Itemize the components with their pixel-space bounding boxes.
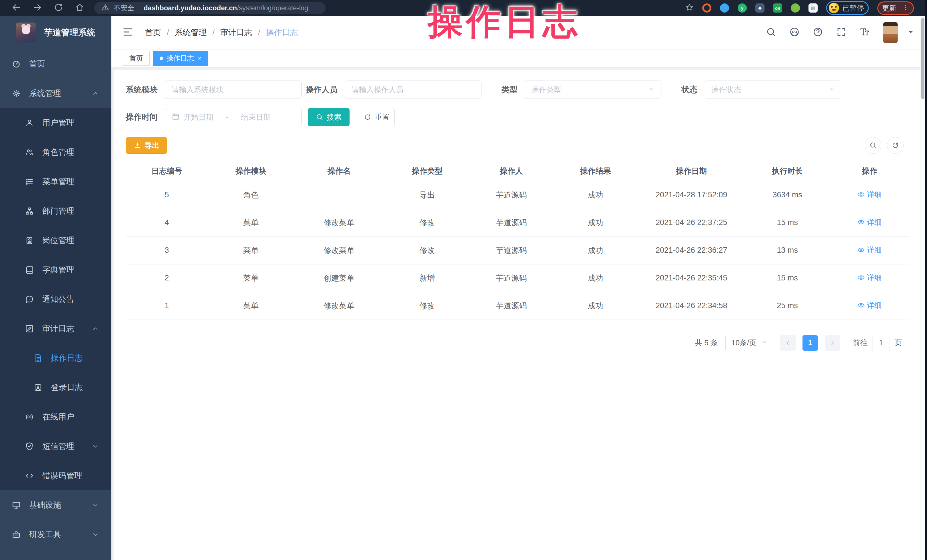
tab-close-icon[interactable]: ×	[198, 55, 201, 61]
scrollbar-thumb[interactable]	[921, 18, 924, 99]
operator-input[interactable]: 请输入操作人员	[345, 80, 482, 99]
list-icon	[25, 178, 34, 186]
header-search-icon[interactable]	[766, 27, 776, 38]
breadcrumb-item[interactable]: 首页	[145, 27, 161, 38]
green-circle-extension-icon[interactable]: y	[738, 3, 747, 12]
sidebar-item-菜单管理[interactable]: 菜单管理	[0, 167, 111, 196]
type-select[interactable]: 操作类型	[525, 80, 661, 99]
window-edge	[925, 0, 927, 560]
page-scrollbar[interactable]	[920, 16, 925, 560]
sidebar-item-岗位管理[interactable]: 岗位管理	[0, 226, 111, 255]
sidebar-item-角色管理[interactable]: 角色管理	[0, 137, 111, 167]
sidebar-item-登录日志[interactable]: 登录日志	[0, 373, 111, 402]
operator-placeholder: 请输入操作人员	[351, 85, 404, 95]
export-button[interactable]: 导出	[126, 137, 167, 154]
next-page-button[interactable]	[825, 335, 840, 351]
page-size-select[interactable]: 10条/页	[725, 335, 774, 351]
table-header-row: 日志编号操作模块操作名操作类型操作人操作结果操作日期执行时长操作	[126, 161, 909, 181]
green-leaf-extension-icon[interactable]	[791, 3, 800, 12]
breadcrumb-item[interactable]: 系统管理	[175, 27, 207, 38]
status-placeholder: 操作状态	[711, 85, 741, 95]
browser-update-button[interactable]: 更新	[882, 3, 897, 13]
blue-drop-extension-icon[interactable]	[720, 3, 729, 12]
header-actions	[766, 22, 915, 43]
table-cell: 菜单	[208, 209, 294, 237]
breadcrumb-item[interactable]: 操作日志	[266, 27, 298, 38]
tab-操作日志[interactable]: 操作日志×	[153, 51, 208, 66]
prev-page-button[interactable]	[780, 335, 796, 351]
loginlog-icon	[34, 383, 42, 392]
status-select[interactable]: 操作状态	[705, 80, 841, 99]
table-cell: 菜单	[208, 264, 294, 292]
module-input[interactable]: 请输入系统模块	[165, 80, 302, 99]
reset-button[interactable]: 重置	[359, 108, 395, 126]
hide-search-button[interactable]	[865, 137, 881, 154]
sidebar-item-用户管理[interactable]: 用户管理	[0, 108, 111, 137]
detail-link[interactable]: 详细	[857, 190, 882, 200]
not-secure-label[interactable]: 不安全	[114, 3, 134, 12]
breadcrumb-item[interactable]: 审计日志	[220, 27, 252, 38]
browser-reload-icon[interactable]	[54, 3, 64, 14]
sidebar-item-字典管理[interactable]: 字典管理	[0, 255, 111, 284]
date-range-input[interactable]: 开始日期 - 结束日期	[165, 108, 302, 126]
detail-link[interactable]: 详细	[857, 217, 882, 227]
breadcrumb-separator: /	[258, 28, 260, 37]
sidebar-item-审计日志[interactable]: 审计日志	[0, 314, 111, 343]
sidebar-item-首页[interactable]: 首页	[0, 49, 111, 79]
users-icon	[25, 148, 34, 156]
sidebar-item-基础设施[interactable]: 基础设施	[0, 490, 111, 520]
chevron-down-icon	[92, 443, 99, 450]
font-size-icon[interactable]	[860, 27, 870, 38]
bookmark-star-icon[interactable]	[685, 3, 694, 13]
browser-home-icon[interactable]	[75, 3, 85, 14]
address-bar[interactable]: 不安全 dashboard.yudao.iocoder.cn/system/lo…	[94, 2, 325, 14]
detail-link-label: 详细	[867, 273, 882, 283]
search-button-label: 搜索	[327, 112, 342, 122]
page-url[interactable]: dashboard.yudao.iocoder.cn/system/log/op…	[144, 4, 308, 12]
sidebar-item-部门管理[interactable]: 部门管理	[0, 196, 111, 226]
sidebar-item-短信管理[interactable]: 短信管理	[0, 431, 111, 461]
page-1-button[interactable]: 1	[802, 335, 818, 351]
detail-link[interactable]: 详细	[857, 300, 882, 310]
green-on-badge-extension-icon[interactable]: on	[773, 3, 782, 12]
main-area: 首页/系统管理/审计日志/操作日志 首页操作日志× 系统模块 请输入系统模块 操…	[111, 16, 927, 560]
detail-link[interactable]: 详细	[857, 273, 882, 283]
sidebar: 芋道管理系统 首页 系统管理 用户管理 角色管理 菜单管理 部门管理 岗位管理 …	[0, 16, 111, 560]
sidebar-item-label: 审计日志	[42, 323, 74, 334]
end-date-placeholder: 结束日期	[241, 112, 271, 122]
sidebar-item-错误码管理[interactable]: 错误码管理	[0, 461, 111, 490]
sidebar-item-研发工具[interactable]: 研发工具	[0, 520, 111, 549]
paused-label[interactable]: 已暂停	[842, 3, 864, 13]
sidebar-item-系统管理[interactable]: 系统管理	[0, 79, 111, 108]
table-cell: 芋道源码	[470, 237, 552, 264]
browser-forward-icon[interactable]	[33, 3, 42, 14]
tab-label: 操作日志	[167, 54, 194, 63]
status-label: 状态	[681, 84, 698, 95]
browser-menu-icon[interactable]	[901, 4, 909, 12]
sidebar-item-在线用户[interactable]: 在线用户	[0, 402, 111, 431]
type-chevron-down-icon	[649, 86, 655, 93]
blue-diamond-extension-icon[interactable]: ◆	[755, 3, 764, 12]
refresh-table-button[interactable]	[887, 137, 904, 154]
emoji-avatar-icon[interactable]	[829, 3, 839, 13]
tab-首页[interactable]: 首页	[123, 51, 150, 66]
sidebar-collapse-icon[interactable]	[122, 27, 133, 39]
sidebar-item-通知公告[interactable]: 通知公告	[0, 284, 111, 314]
browser-back-icon[interactable]	[11, 3, 21, 14]
fullscreen-icon[interactable]	[836, 27, 846, 38]
search-button[interactable]: 搜索	[308, 108, 350, 126]
column-header: 操作名	[294, 161, 384, 181]
app-logo-row[interactable]: 芋道管理系统	[0, 16, 111, 49]
table-cell: 成功	[552, 292, 638, 320]
type-label: 类型	[501, 84, 517, 95]
sidebar-item-操作日志[interactable]: 操作日志	[0, 343, 111, 373]
detail-link[interactable]: 详细	[857, 245, 882, 255]
user-avatar[interactable]	[883, 22, 898, 43]
orange-ring-extension-icon[interactable]	[702, 3, 711, 12]
help-icon[interactable]	[813, 27, 823, 38]
goto-page-input[interactable]: 1	[872, 335, 890, 351]
github-icon[interactable]	[789, 27, 799, 38]
avatar-caret-down-icon[interactable]	[907, 28, 915, 37]
column-header: 操作模块	[208, 161, 294, 181]
white-puzzle-extension-icon[interactable]: ▦	[808, 3, 818, 12]
